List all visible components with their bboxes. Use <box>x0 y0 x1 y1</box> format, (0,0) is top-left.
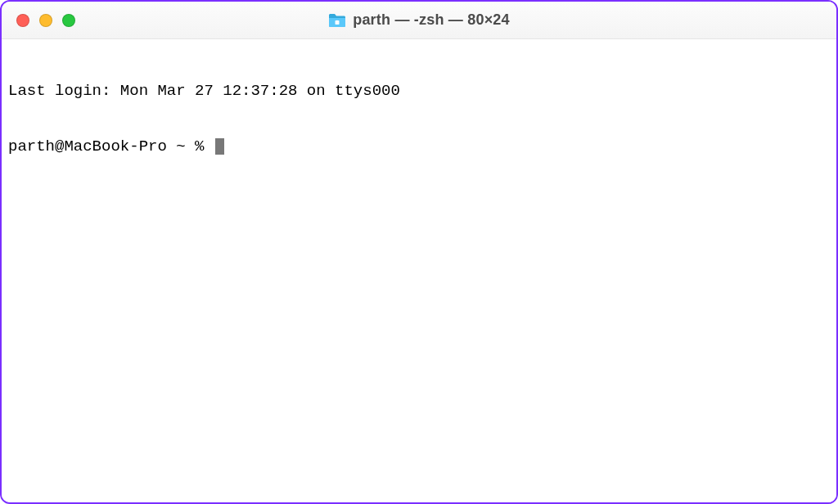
folder-icon <box>328 13 346 28</box>
zoom-button[interactable] <box>62 14 75 27</box>
shell-prompt: parth@MacBook-Pro ~ % <box>8 137 214 156</box>
window-title-wrap: parth — -zsh — 80×24 <box>2 11 836 29</box>
svg-rect-0 <box>336 20 340 25</box>
terminal-body[interactable]: Last login: Mon Mar 27 12:37:28 on ttys0… <box>2 39 836 502</box>
minimize-button[interactable] <box>39 14 52 27</box>
prompt-line: parth@MacBook-Pro ~ % <box>8 137 830 156</box>
close-button[interactable] <box>16 14 29 27</box>
window-title: parth — -zsh — 80×24 <box>353 11 510 29</box>
traffic-lights <box>2 14 75 27</box>
window-titlebar: parth — -zsh — 80×24 <box>2 2 836 39</box>
last-login-line: Last login: Mon Mar 27 12:37:28 on ttys0… <box>8 82 830 101</box>
terminal-window: parth — -zsh — 80×24 Last login: Mon Mar… <box>0 0 838 504</box>
cursor <box>215 138 224 155</box>
